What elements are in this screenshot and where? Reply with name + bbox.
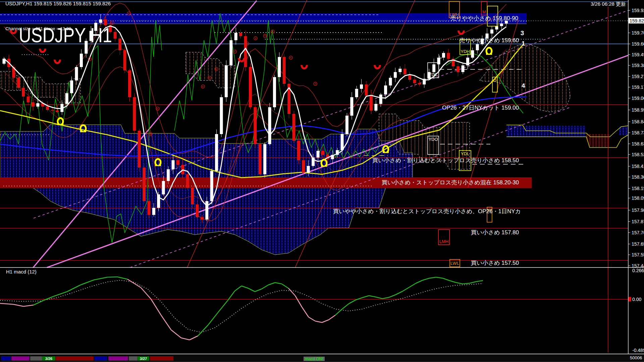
macd-main-line	[295, 296, 302, 307]
symbol-watermark: USDJPY H1	[19, 23, 112, 47]
macd-main-line	[335, 309, 342, 315]
candle-body	[355, 89, 358, 97]
label-box-text: YDH	[461, 49, 470, 54]
mt4-chart-window: LWHMYDHYDCDYDOYDLWLMHLWL314売りやや小さめ 159.8…	[0, 0, 644, 362]
macd-main-line	[248, 288, 255, 292]
signal-circle-dot	[90, 59, 91, 60]
macd-axis-label: 0.00	[632, 297, 641, 302]
timeline-segment[interactable]	[1, 356, 11, 361]
candle-body	[350, 97, 353, 116]
macd-main-line	[456, 283, 463, 284]
signal-circle-dot	[290, 57, 291, 58]
signal-circle-dot	[209, 77, 210, 78]
price-axis-label: 158.630	[632, 141, 644, 146]
candle-body	[133, 97, 136, 131]
timeline-segment[interactable]	[129, 356, 138, 361]
time-scale-bar[interactable]: 3/263/27macd ON!	[0, 354, 644, 362]
price-axis-label: 157.550	[632, 252, 644, 257]
candle-body	[152, 208, 155, 215]
timeline-segment[interactable]	[150, 356, 173, 361]
candle-body	[273, 77, 276, 107]
annotation-text: OP26・27日NYカット 159.00	[442, 105, 519, 111]
macd-main-line	[409, 283, 416, 287]
candle-body	[234, 33, 237, 40]
candle-body	[123, 50, 126, 70]
price-axis-label: 157.765	[632, 230, 644, 235]
macd-main-line	[288, 288, 295, 296]
signal-circle-dot	[128, 13, 129, 14]
candle-body	[65, 93, 68, 104]
candle-body	[370, 96, 373, 111]
macd-main-line	[369, 296, 376, 297]
signal-circle-dot	[150, 134, 151, 135]
macd-counter: 50006	[630, 355, 642, 360]
annotation-text: 買い小さめ 157.80	[471, 229, 519, 236]
label-box-text: YDL	[461, 151, 469, 156]
price-axis-label: 158.950	[632, 107, 644, 113]
label-box-text: LMH	[439, 239, 448, 244]
candle-body	[462, 65, 465, 72]
candle-body	[259, 144, 262, 174]
price-axis-label: 159.060	[632, 96, 644, 101]
annotation-text: 売りやや小さめ 159.60	[459, 37, 519, 44]
candle-body	[32, 102, 35, 107]
candle-body	[162, 181, 165, 194]
future-kumo-blue	[506, 126, 585, 136]
candle-body	[384, 85, 387, 95]
wave-count-number: 4	[522, 82, 525, 89]
price-axis-label: 158.305	[632, 174, 644, 180]
timeline-segment[interactable]	[30, 356, 42, 361]
candle-body	[167, 169, 170, 181]
macd-main-line	[241, 286, 248, 288]
macd-main-line	[449, 281, 456, 283]
macd-main-line	[402, 287, 409, 291]
macd-panel[interactable]	[0, 277, 628, 340]
macd-main-line	[94, 277, 107, 280]
macd-main-line	[476, 281, 483, 282]
macd-main-line	[315, 321, 322, 322]
usdjpy-h1-chart[interactable]: LWHMYDHYDCDYDOYDLWLMHLWL314売りやや小さめ 159.8…	[0, 0, 644, 362]
macd-main-line	[302, 307, 309, 317]
price-axis-label: 159.385	[632, 63, 644, 68]
sell-arrow-marker	[302, 65, 307, 68]
candle-body	[51, 110, 54, 111]
macd-main-line	[362, 296, 369, 298]
signal-circle-dot	[157, 108, 158, 109]
macd-main-line	[268, 283, 275, 285]
candle-body	[220, 97, 223, 134]
price-axis-label: 157.980	[632, 207, 644, 213]
candle-body	[283, 57, 286, 84]
signal-circle-dot	[247, 43, 248, 44]
wave-count-number: 1	[522, 40, 525, 47]
signal-circle-dot	[234, 51, 235, 52]
candle-body	[114, 32, 117, 39]
macd-main-line	[198, 325, 208, 336]
macd-main-line	[382, 297, 389, 299]
candle-body	[118, 39, 121, 50]
candle-body	[75, 67, 78, 80]
candle-body	[17, 78, 20, 88]
macd-main-line	[0, 303, 13, 304]
main-chart-panel[interactable]: LWHMYDHYDCDYDOYDLWLMHLWL314売りやや小さめ 159.8…	[0, 0, 628, 353]
candle-body	[341, 134, 344, 150]
quote-line: USDJPY,H1 159.815 159.826 159.815 159.82…	[5, 1, 111, 6]
candle-body	[176, 160, 179, 165]
sell-arrow-marker	[459, 31, 464, 34]
macd-main-line	[282, 284, 288, 288]
macd-main-line	[190, 336, 198, 340]
timeline-segment[interactable]	[56, 356, 94, 361]
label-box-text: LWL	[450, 261, 459, 266]
macd-main-line	[342, 304, 349, 309]
price-axis-label: 158.195	[632, 186, 644, 191]
timeline-segment[interactable]	[94, 356, 107, 361]
macd-main-line	[262, 285, 268, 289]
candle-body	[307, 166, 310, 173]
candle-body	[229, 40, 232, 65]
price-axis-label: 158.845	[632, 119, 644, 124]
timeline-segment[interactable]	[11, 356, 30, 361]
macd-main-line	[416, 280, 423, 283]
timeline-segment[interactable]	[108, 356, 128, 361]
macd-main-line	[329, 315, 335, 320]
candle-body	[345, 116, 348, 134]
candle-body	[205, 201, 208, 220]
